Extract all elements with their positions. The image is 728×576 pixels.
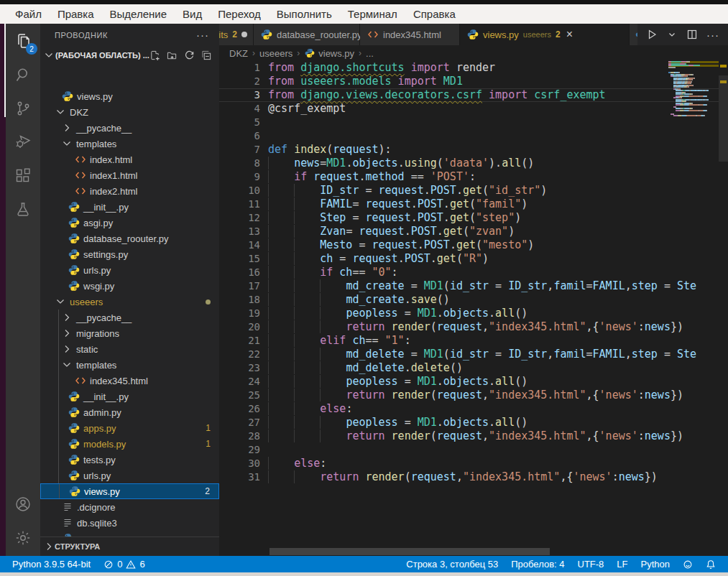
code-line[interactable]: from useeers.models import MD1 — [268, 75, 719, 88]
line-number[interactable]: 9 — [219, 170, 260, 184]
tab-database-roouter-py[interactable]: database_roouter.py — [254, 24, 360, 45]
code-line[interactable]: return render(request,"index345.html",{'… — [268, 320, 719, 334]
tree-item-db-sqlite3[interactable]: db.sqlite3 — [40, 515, 219, 531]
line-number[interactable]: 4 — [219, 102, 260, 116]
tree-item-apps-py[interactable]: apps.py1 — [40, 420, 219, 436]
breadcrumb-item[interactable]: ... — [366, 48, 374, 59]
status-language-mode[interactable]: Python — [635, 556, 676, 572]
code-line[interactable]: elif ch== "1": — [268, 334, 719, 348]
activity-extensions[interactable] — [6, 159, 40, 192]
tree-item-settings-py[interactable]: settings.py — [40, 246, 219, 262]
code-line[interactable] — [268, 443, 719, 457]
breadcrumb-item[interactable]: DKZ — [229, 48, 248, 59]
tab-diiits[interactable]: diiits2 — [219, 24, 254, 45]
tree-item-index345-html[interactable]: index345.html — [40, 373, 219, 389]
activity-search[interactable] — [6, 57, 40, 91]
horizontal-scrollbar[interactable] — [269, 548, 550, 555]
status-notifications[interactable] — [699, 556, 722, 572]
run-button[interactable] — [646, 29, 658, 40]
line-number[interactable]: 12 — [219, 211, 260, 225]
activity-explorer[interactable]: 2 — [6, 24, 40, 57]
line-number[interactable]: 25 — [219, 389, 260, 402]
activity-settings[interactable] — [6, 521, 40, 554]
new-file-button[interactable] — [149, 50, 160, 61]
status-encoding[interactable]: UTF-8 — [571, 556, 611, 572]
code-line[interactable]: else: — [268, 457, 719, 470]
code-line[interactable]: ID_str = request.POST.get("id_str") — [268, 184, 719, 198]
tree-item-views-py[interactable]: views.py2 — [40, 483, 219, 499]
menu-item-5[interactable]: Переход — [210, 8, 269, 20]
code-line[interactable]: news=MD1.objects.using('daata').all() — [268, 157, 719, 170]
code-line[interactable]: return render(request,"index345.html",{'… — [268, 470, 719, 484]
tree-item--init-py[interactable]: __init__.py — [40, 389, 219, 404]
tree-item-urls-py[interactable]: urls.py — [40, 262, 219, 278]
code-line[interactable] — [268, 129, 719, 143]
tree-item-models-py[interactable]: models.py1 — [40, 436, 219, 452]
menu-item-2[interactable]: Правка — [50, 8, 102, 20]
line-number[interactable]: 13 — [219, 225, 260, 238]
tab-views-py[interactable]: views.pyuseeers2× — [460, 24, 630, 45]
tree-item-admin-py[interactable]: admin.py — [40, 404, 219, 420]
code-line[interactable]: peopless = MD1.objects.all() — [268, 307, 719, 320]
menu-item-1[interactable]: Файл — [7, 8, 50, 20]
tab-index345-html[interactable]: index345.html — [360, 24, 460, 45]
line-number[interactable]: 3 — [219, 88, 260, 102]
tree-item-DKZ[interactable]: DKZ — [40, 104, 219, 120]
line-number[interactable]: 18 — [219, 293, 260, 307]
tree-item--pycache-[interactable]: __pycache__ — [40, 310, 219, 325]
line-number[interactable]: 26 — [219, 402, 260, 416]
line-number[interactable]: 22 — [219, 348, 260, 361]
tree-item-index2-html[interactable]: index2.html — [40, 183, 219, 199]
run-dropdown-icon[interactable] — [666, 29, 678, 40]
line-number[interactable]: 17 — [219, 279, 260, 293]
menu-item-8[interactable]: Справка — [405, 8, 464, 20]
activity-testing[interactable] — [6, 192, 40, 226]
code-line[interactable]: md_create.save() — [268, 293, 719, 307]
activity-source-control[interactable] — [6, 91, 40, 125]
tree-item-useeers[interactable]: useeers — [40, 294, 219, 310]
minimap[interactable] — [668, 61, 719, 549]
line-number[interactable]: 10 — [219, 184, 260, 198]
line-number[interactable]: 6 — [219, 129, 260, 143]
status-python-interpreter[interactable]: Python 3.9.5 64-bit — [6, 556, 97, 572]
code-line[interactable]: if ch== "0": — [268, 266, 719, 279]
code-line[interactable]: peopless = MD1.objects.all() — [268, 375, 719, 389]
code-line[interactable]: if request.method == 'POST': — [268, 170, 719, 184]
tree-item-templates[interactable]: templates — [40, 357, 219, 373]
code-line[interactable]: Zvan= request.POST.get("zvan") — [268, 225, 719, 238]
collapse-all-button[interactable] — [201, 50, 212, 61]
tab-vie[interactable]: vie — [630, 24, 637, 45]
tree-item-templates[interactable]: templates — [40, 136, 219, 152]
more-actions-button[interactable]: ··· — [196, 29, 209, 41]
activity-run-debug[interactable] — [6, 125, 40, 159]
line-number[interactable]: 31 — [219, 470, 260, 484]
line-number[interactable]: 5 — [219, 116, 260, 129]
code-line[interactable]: md_create = MD1(id_str = ID_str,famil=FA… — [268, 279, 719, 293]
close-icon[interactable]: × — [566, 29, 573, 40]
code-line[interactable]: return render(request,"index345.html",{'… — [268, 389, 719, 402]
tree-item-database-roouter-py[interactable]: database_roouter.py — [40, 231, 219, 246]
tree-item-static[interactable]: static — [40, 341, 219, 357]
tree-item-index-html[interactable]: index.html — [40, 152, 219, 167]
line-number[interactable]: 14 — [219, 238, 260, 252]
line-number[interactable]: 30 — [219, 457, 260, 470]
code-line[interactable]: Step = request.POST.get("step") — [268, 211, 719, 225]
code-line[interactable]: peopless = MD1.objects.all() — [268, 416, 719, 429]
split-editor-button[interactable] — [686, 29, 698, 40]
vertical-scrollbar[interactable] — [719, 75, 728, 162]
line-number[interactable]: 2 — [219, 75, 260, 88]
code-line[interactable]: else: — [268, 402, 719, 416]
tree-item-tests-py[interactable]: tests.py — [40, 452, 219, 468]
code-editor[interactable]: 1234567891011121314151617181920212223242… — [219, 61, 719, 549]
status-indentation[interactable]: Пробелов: 4 — [504, 556, 571, 572]
line-number[interactable]: 1 — [219, 61, 260, 75]
line-number[interactable]: 23 — [219, 361, 260, 375]
tree-item-wsgi-py[interactable]: wsgi.py — [40, 278, 219, 294]
menu-item-7[interactable]: Терминал — [340, 8, 405, 20]
code-line[interactable] — [268, 116, 719, 129]
code-line[interactable]: return render(request,"index345.html",{'… — [268, 429, 719, 443]
code-line[interactable]: md_delete = MD1(id_str = ID_str,famil=FA… — [268, 348, 719, 361]
tree-item-index1-html[interactable]: index1.html — [40, 167, 219, 183]
line-number[interactable]: 15 — [219, 252, 260, 266]
status-problems[interactable]: 06 — [97, 556, 151, 572]
